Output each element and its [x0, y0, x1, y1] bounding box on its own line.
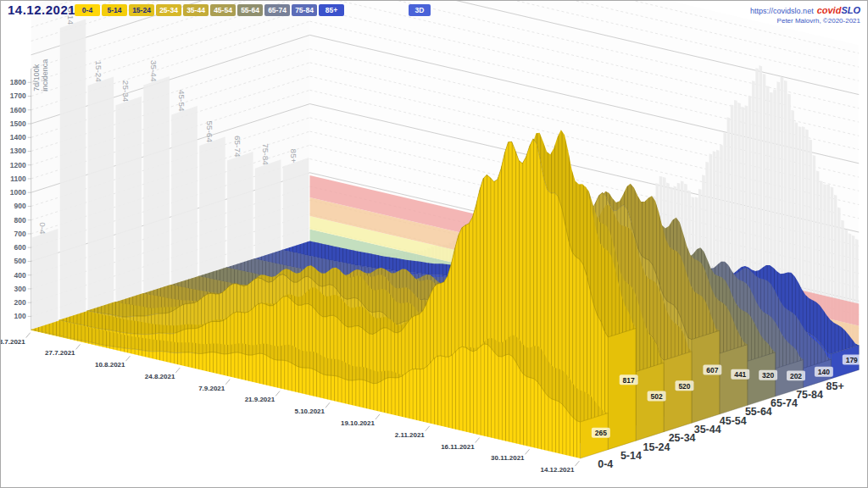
y-tick-label: 300 — [14, 285, 26, 293]
age-end-label: 65-74 — [771, 397, 798, 409]
current-date: 14.12.2021 — [8, 3, 75, 17]
credit-line: Peter Malovrh, ©2020-2021 — [750, 16, 860, 25]
y-tick-label: 600 — [14, 243, 26, 252]
age-button-75-84[interactable]: 75-84 — [292, 4, 317, 16]
wall-age-label: 35-44 — [149, 60, 159, 82]
site-link[interactable]: https://covidslo.net — [750, 7, 814, 15]
date-label: 10.8.2021 — [95, 361, 125, 369]
age-button-65-74[interactable]: 65-74 — [264, 4, 290, 16]
wall-age-label: 55-64 — [205, 120, 214, 142]
y-tick-label: 1700 — [10, 92, 26, 100]
age-end-label: 5-14 — [620, 450, 642, 462]
age-button-5-14[interactable]: 5-14 — [102, 4, 127, 16]
age-end-label: 0-4 — [598, 458, 613, 470]
age-end-label: 55-64 — [745, 406, 772, 418]
credits-block: https://covidslo.netcovidSLO Peter Malov… — [750, 4, 860, 25]
y-tick-label: 900 — [14, 202, 26, 210]
age-end-label: 25-34 — [669, 432, 696, 444]
age-filter-buttons: 0-45-1415-2425-3435-4445-5455-6465-7475-… — [75, 4, 344, 16]
end-value: 202 — [790, 372, 802, 380]
wall-age-label: 25-34 — [121, 80, 131, 103]
age-button-85+[interactable]: 85+ — [319, 4, 344, 16]
y-tick-label: 1800 — [10, 78, 26, 86]
y-tick-label: 1500 — [10, 119, 26, 128]
wall-age-label: 75-84 — [261, 143, 270, 165]
wall-age-label: 0-4 — [38, 222, 47, 235]
toolbar: 14.12.2021tor 0-45-1415-2425-3435-4445-5… — [1, 1, 867, 19]
date-label: 30.11.2021 — [491, 454, 525, 462]
date-label: 27.7.2021 — [45, 349, 75, 357]
brand-covid: covid — [817, 5, 842, 15]
date-label: 14.12.2021 — [541, 466, 575, 474]
y-tick-label: 200 — [14, 298, 26, 307]
y-tick-label: 1000 — [10, 188, 26, 197]
date-label: 19.10.2021 — [341, 419, 375, 427]
wall-age-label: 45-54 — [177, 90, 186, 112]
age-end-label: 75-84 — [796, 389, 823, 401]
end-value: 441 — [734, 370, 746, 379]
end-value: 179 — [846, 356, 858, 364]
age-button-0-4[interactable]: 0-4 — [75, 4, 100, 16]
end-value: 607 — [706, 366, 718, 374]
wall-age-label: 15-24 — [94, 60, 103, 82]
wall-age-label: 65-74 — [233, 136, 242, 158]
age-button-35-44[interactable]: 35-44 — [183, 4, 209, 16]
y-tick-label: 400 — [14, 271, 26, 280]
y-tick-label: 1400 — [10, 133, 26, 141]
mode-3d-button[interactable]: 3D — [409, 4, 431, 16]
date-label: 21.9.2021 — [245, 396, 275, 403]
end-value: 502 — [651, 392, 663, 401]
age-button-55-64[interactable]: 55-64 — [237, 4, 263, 16]
app-window: 0-45-1415-2425-3435-4445-5455-6465-7475-… — [0, 0, 868, 488]
age-end-label: 15-24 — [643, 441, 670, 453]
age-end-label: 85+ — [826, 380, 844, 392]
age-button-45-54[interactable]: 45-54 — [210, 4, 236, 16]
end-value: 320 — [762, 371, 774, 380]
y-tick-label: 1200 — [10, 161, 26, 169]
incidence-3d-chart: 0-45-1415-2425-3435-4445-5455-6465-7475-… — [1, 1, 867, 487]
date-label: 24.8.2021 — [145, 373, 175, 380]
age-end-label: 45-54 — [720, 415, 747, 427]
end-value: 520 — [678, 382, 690, 391]
y-tick-label: 1600 — [10, 106, 26, 114]
end-value: 265 — [595, 429, 607, 437]
end-value: 140 — [818, 368, 830, 376]
date-label: 16.11.2021 — [441, 443, 475, 451]
wall-age-label: 85+ — [289, 149, 298, 164]
age-end-label: 35-44 — [694, 424, 721, 435]
y-tick-label: 1300 — [10, 147, 26, 155]
date-label: 5.10.2021 — [295, 408, 326, 415]
age-button-25-34[interactable]: 25-34 — [156, 4, 181, 16]
date-label: 13.7.2021 — [1, 338, 25, 346]
brand-slo: SLO — [841, 5, 860, 15]
y-tick-label: 800 — [14, 216, 26, 225]
y-tick-label: 500 — [14, 257, 26, 265]
date-label: 2.11.2021 — [395, 431, 426, 439]
age-button-15-24[interactable]: 15-24 — [129, 4, 154, 16]
y-tick-label: 1100 — [10, 175, 26, 183]
y-tick-label: 100 — [14, 312, 26, 320]
date-label: 7.9.2021 — [198, 385, 225, 392]
end-value: 817 — [623, 376, 635, 385]
y-tick-label: 700 — [14, 230, 26, 238]
